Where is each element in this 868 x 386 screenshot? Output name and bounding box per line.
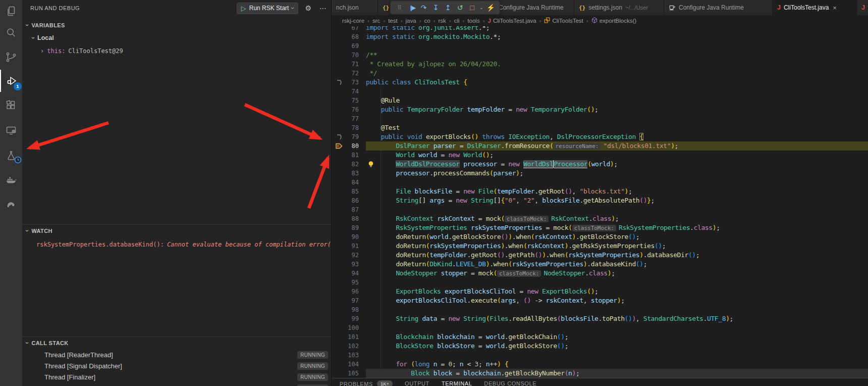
breakpoint-gutter[interactable] <box>332 232 347 242</box>
step-over-icon[interactable]: ↷ <box>418 2 429 14</box>
breakpoint-gutter[interactable] <box>332 323 347 332</box>
source-control-icon[interactable] <box>0 46 22 68</box>
remote-explorer-icon[interactable] <box>0 119 22 141</box>
breakpoint-gutter[interactable] <box>332 196 347 205</box>
stop-dropdown-icon[interactable]: ⌄ <box>478 2 484 14</box>
stop-icon[interactable]: □ <box>466 2 478 14</box>
debug-toolbar: ⠿❙▶↷↧↥↺□⌄⚡ <box>390 1 500 15</box>
breakpoint-gutter[interactable] <box>332 187 347 196</box>
breadcrumb-item-CliToolsTest[interactable]: CliToolsTest <box>544 17 583 24</box>
breakpoint-gutter[interactable] <box>332 123 347 132</box>
breakpoint-gutter[interactable] <box>332 342 347 351</box>
tab-nch.json-0[interactable]: nch.json <box>332 0 378 15</box>
breakpoint-gutter[interactable] <box>332 296 347 305</box>
tab-partial-6[interactable]: J <box>857 0 868 15</box>
code-text: DslParser parser = DslParser.fromResourc… <box>366 141 868 151</box>
breakpoint-gutter[interactable] <box>332 51 347 60</box>
breakpoint-gutter[interactable] <box>332 26 347 32</box>
breakpoint-gutter[interactable] <box>332 114 347 123</box>
breakpoint-gutter[interactable] <box>332 69 347 78</box>
breakpoint-gutter[interactable] <box>332 169 347 178</box>
breadcrumb-item-exportBlocks()[interactable]: exportBlocks() <box>591 17 637 24</box>
breakpoint-gutter[interactable] <box>332 332 347 342</box>
run-and-debug-icon[interactable]: 1 <box>0 70 23 92</box>
panel-tab-TERMINAL[interactable]: TERMINAL <box>442 380 472 386</box>
breakpoint-gutter[interactable] <box>332 41 347 51</box>
more-actions-icon[interactable]: ⋯ <box>318 4 328 12</box>
breakpoint-gutter[interactable] <box>332 214 347 223</box>
panel-tab-PROBLEMS[interactable]: PROBLEMS1K+ <box>340 380 393 386</box>
continue-icon[interactable]: ❙▶ <box>406 2 417 14</box>
breakpoint-gutter[interactable] <box>332 178 347 187</box>
tab-Configure Java Runtime-4[interactable]: Configure Java Runtime <box>664 0 773 15</box>
search-icon[interactable] <box>0 22 22 44</box>
line-number: 80 <box>347 141 359 151</box>
run-config-button[interactable]: ▷ Run RSK Start › <box>237 3 299 14</box>
variables-scope-local[interactable]: › Local <box>32 32 54 43</box>
step-out-icon[interactable]: ↥ <box>442 2 454 14</box>
call-stack-thread-3[interactable]: Thread [Reference Handler]RUNNING <box>22 382 331 386</box>
step-into-icon[interactable]: ↧ <box>430 2 442 14</box>
call-stack-thread-0[interactable]: Thread [ReaderThread]RUNNING <box>22 349 331 360</box>
breakpoint-gutter[interactable] <box>332 151 347 160</box>
breakpoint-gutter[interactable] <box>332 260 347 269</box>
execution-pointer-icon[interactable] <box>332 141 347 151</box>
breakpoint-gutter[interactable] <box>332 305 347 314</box>
fold-icon[interactable] <box>332 132 347 141</box>
watch-section-header[interactable]: › WATCH <box>22 226 331 236</box>
variables-section-header[interactable]: › VARIABLES <box>22 20 331 30</box>
gradle-icon[interactable] <box>0 193 22 215</box>
breakpoint-gutter[interactable] <box>332 314 347 323</box>
breakpoint-gutter[interactable] <box>332 223 347 232</box>
line-number: 77 <box>347 114 359 123</box>
fold-icon[interactable] <box>332 78 347 87</box>
explorer-icon[interactable] <box>0 0 22 22</box>
breakpoint-gutter[interactable] <box>332 287 347 296</box>
code-text: /** <box>366 51 868 60</box>
breakpoint-gutter[interactable] <box>332 360 347 369</box>
testing-icon[interactable] <box>0 144 22 167</box>
breakpoint-gutter[interactable] <box>332 87 347 96</box>
breakpoint-gutter[interactable] <box>332 96 347 105</box>
test-clock-badge <box>14 156 22 166</box>
breakpoint-gutter[interactable] <box>332 242 347 251</box>
docker-icon[interactable] <box>0 169 22 191</box>
call-stack-section-header[interactable]: › CALL STACK <box>22 338 331 348</box>
close-icon[interactable]: × <box>833 4 837 12</box>
breadcrumb-item-tools[interactable]: tools <box>467 18 479 24</box>
breadcrumb-item-rsk[interactable]: rsk <box>438 18 446 24</box>
breakpoint-gutter[interactable] <box>332 205 347 214</box>
breakpoint-gutter[interactable] <box>332 105 347 114</box>
code-line-86: 86 String[] args = new String[]{"0", "2"… <box>332 196 868 205</box>
code-text: public class CliToolsTest { <box>366 78 868 87</box>
breadcrumb-item-src[interactable]: src <box>372 18 380 24</box>
breakpoint-gutter[interactable] <box>332 60 347 69</box>
call-stack-thread-2[interactable]: Thread [Finalizer]RUNNING <box>22 371 331 382</box>
breadcrumb-item-rskj-core[interactable]: rskj-core <box>342 18 364 24</box>
hot-code-replace-icon[interactable]: ⚡ <box>485 2 497 14</box>
breakpoint-gutter[interactable] <box>332 32 347 41</box>
breakpoint-gutter[interactable] <box>332 369 347 378</box>
tab-CliToolsTest.java-5[interactable]: JCliToolsTest.java× <box>773 0 857 15</box>
tab-settings.json-3[interactable]: {}settings.json~/.../User <box>574 0 664 15</box>
breadcrumb-item-java[interactable]: java <box>406 18 416 24</box>
call-stack-thread-1[interactable]: Thread [Signal Dispatcher]RUNNING <box>22 360 331 371</box>
breakpoint-gutter[interactable] <box>332 251 347 260</box>
gear-icon[interactable]: ⚙ <box>303 4 313 12</box>
panel-tab-DEBUG CONSOLE[interactable]: DEBUG CONSOLE <box>484 380 536 386</box>
tab-label: Configure Java Runtime <box>499 4 564 11</box>
breakpoint-gutter[interactable] <box>332 160 347 169</box>
breakpoint-gutter[interactable] <box>332 351 347 360</box>
variable-this[interactable]: › this: CliToolsTest@29 <box>40 45 123 57</box>
breadcrumb-item-cli[interactable]: cli <box>454 18 460 24</box>
line-number: 71 <box>347 60 359 69</box>
breakpoint-gutter[interactable] <box>332 278 347 287</box>
breadcrumb-item-co[interactable]: co <box>424 18 430 24</box>
breadcrumb-item-CliToolsTest.java[interactable]: JCliToolsTest.java <box>488 18 536 24</box>
restart-icon[interactable]: ↺ <box>454 2 466 14</box>
breakpoint-gutter[interactable] <box>332 269 347 278</box>
panel-tab-OUTPUT[interactable]: OUTPUT <box>405 380 429 386</box>
watch-expression-row[interactable]: rskSystemProperties.databaseKind(): Cann… <box>36 239 331 250</box>
extensions-icon[interactable] <box>0 94 22 116</box>
breadcrumb-item-test[interactable]: test <box>388 18 398 24</box>
